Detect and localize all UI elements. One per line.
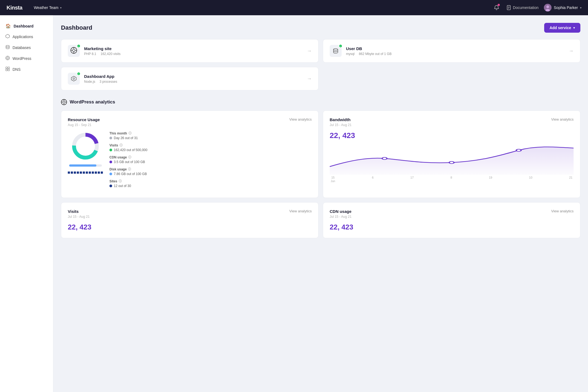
service-card-marketing-site[interactable]: Marketing site PHP 8.1 162,420 visits →	[61, 39, 318, 63]
app-service-icon	[71, 76, 77, 82]
svg-point-27	[73, 78, 75, 79]
progress-bar-fill	[69, 164, 97, 167]
visits-value: 22, 423	[68, 223, 312, 231]
svg-point-10	[7, 57, 8, 59]
wp-section-icon	[61, 99, 67, 105]
visits-label: Visits	[109, 143, 118, 147]
stat-cdn: CDN usage ⓘ 3.5 GB out of 100 GB	[109, 155, 312, 164]
wordpress-icon	[5, 56, 10, 61]
dot-8	[89, 171, 91, 174]
documentation-button[interactable]: Documentation	[506, 5, 538, 10]
resource-usage-view-link[interactable]: View analytics	[289, 117, 312, 121]
team-chevron-icon: ▾	[60, 6, 62, 9]
resource-usage-title: Resource Usage	[68, 117, 100, 122]
sites-legend-dot	[109, 185, 112, 187]
topnav: Kinsta Weather Team ▾ Documentation	[0, 0, 588, 15]
svg-point-5	[546, 5, 549, 8]
databases-icon	[5, 45, 10, 50]
chart-label-8: 8	[451, 176, 452, 183]
donut-chart	[71, 131, 100, 161]
service-meta1-db: mysql	[346, 52, 354, 56]
cdn-usage-view-link[interactable]: View analytics	[551, 209, 574, 213]
svg-rect-16	[8, 67, 10, 69]
visits-legend-dot	[109, 149, 112, 151]
notifications-button[interactable]	[492, 3, 501, 12]
service-name-db: User DB	[346, 46, 564, 51]
services-grid: Marketing site PHP 8.1 162,420 visits →	[61, 39, 580, 90]
sidebar-item-databases[interactable]: Databases	[0, 42, 53, 53]
status-dot-db	[339, 44, 342, 48]
main-layout: 🏠 Dashboard Applications Databases	[0, 15, 588, 392]
cdn-usage-value: 22, 423	[330, 223, 574, 231]
sidebar-label-databases: Databases	[13, 45, 31, 50]
progress-bar-wrap	[69, 164, 102, 167]
sidebar-item-wordpress[interactable]: WordPress	[0, 53, 53, 64]
sidebar: 🏠 Dashboard Applications Databases	[0, 15, 53, 392]
user-chevron-icon: ▾	[580, 6, 581, 9]
status-dot-marketing	[77, 44, 81, 48]
dot-2	[71, 171, 73, 174]
service-meta1-marketing: PHP 8.1	[84, 52, 96, 56]
sidebar-label-dashboard: Dashboard	[14, 24, 33, 28]
bandwidth-card: Bandwidth View analytics Jul 15 - Aug 21…	[323, 111, 580, 198]
database-service-icon	[333, 48, 339, 54]
visits-date: Jul 15 - Aug 21	[68, 215, 312, 219]
chart-label-6: 6	[372, 176, 373, 183]
dot-5	[80, 171, 82, 174]
service-meta-app: Node.js 3 processes	[84, 80, 302, 84]
service-icon-wrap-app	[68, 73, 80, 85]
bandwidth-chart-area	[330, 142, 574, 175]
team-name: Weather Team	[34, 5, 59, 10]
service-name-app: Dashboard App	[84, 74, 302, 79]
service-icon-wrap-db	[330, 45, 342, 57]
wordpress-analytics-header: WordPress analytics	[61, 99, 580, 105]
progress-bar-bg	[69, 164, 102, 167]
sidebar-item-dns[interactable]: DNS	[0, 64, 53, 75]
svg-marker-26	[71, 76, 76, 81]
visits-view-link[interactable]: View analytics	[289, 209, 312, 213]
chart-label-15: 15 Jun	[331, 176, 335, 183]
bandwidth-title: Bandwidth	[330, 117, 351, 122]
svg-point-29	[63, 101, 65, 103]
bandwidth-date: Jul 15 - Aug 21	[330, 123, 574, 127]
team-selector[interactable]: Weather Team ▾	[31, 4, 64, 11]
disk-legend-dot	[109, 173, 112, 175]
nav-right: Documentation Sophia Parker ▾	[492, 3, 581, 12]
stat-visits: Visits ⓘ 162,420 out of 500,000	[109, 143, 312, 152]
sites-info-icon[interactable]: ⓘ	[119, 179, 122, 183]
service-card-user-db[interactable]: User DB mysql 862 Mbyte out of 1 GB →	[323, 39, 580, 63]
sidebar-item-applications[interactable]: Applications	[0, 31, 53, 42]
bandwidth-value: 22, 423	[330, 131, 574, 140]
cdn-usage-card: CDN usage View analytics Jul 15 - Aug 21…	[323, 202, 580, 238]
disk-info-icon[interactable]: ⓘ	[128, 167, 131, 171]
dot-6	[83, 171, 85, 174]
this-month-info-icon[interactable]: ⓘ	[128, 131, 131, 135]
user-menu-button[interactable]: Sophia Parker ▾	[544, 4, 581, 11]
dot-4	[77, 171, 79, 174]
service-name-marketing: Marketing site	[84, 46, 302, 51]
sites-dots	[68, 171, 103, 174]
status-dot-app	[77, 72, 81, 76]
sites-value: 12 out of 30	[114, 184, 131, 188]
resource-usage-date: Aug 15 - Sep 21	[68, 123, 312, 127]
cdn-info-icon[interactable]: ⓘ	[128, 155, 131, 159]
bandwidth-view-link[interactable]: View analytics	[551, 117, 574, 121]
service-card-dashboard-app[interactable]: Dashboard App Node.js 3 processes →	[61, 67, 318, 90]
visits-info-icon[interactable]: ⓘ	[120, 143, 122, 147]
disk-label: Disk usage	[109, 167, 127, 171]
service-meta1-app: Node.js	[84, 80, 95, 84]
sidebar-item-dashboard[interactable]: 🏠 Dashboard	[0, 21, 53, 31]
analytics-grid: Resource Usage View analytics Aug 15 - S…	[61, 111, 580, 238]
service-meta2-db: 862 Mbyte out of 1 GB	[359, 52, 391, 56]
cdn-usage-date: Jul 15 - Aug 21	[330, 215, 574, 219]
visits-value: 162,420 out of 500,000	[114, 148, 147, 152]
chart-labels: 15 Jun 6 17 8 19 10 21	[330, 176, 574, 183]
bandwidth-chart-svg	[330, 142, 574, 175]
document-icon	[506, 5, 511, 10]
wordpress-analytics-title: WordPress analytics	[70, 99, 115, 105]
user-name: Sophia Parker	[554, 5, 578, 10]
this-month-label: This month	[109, 131, 127, 135]
add-service-button[interactable]: Add service ▾	[544, 23, 580, 33]
page-header: Dashboard Add service ▾	[61, 23, 580, 33]
logo: Kinsta	[7, 5, 22, 11]
